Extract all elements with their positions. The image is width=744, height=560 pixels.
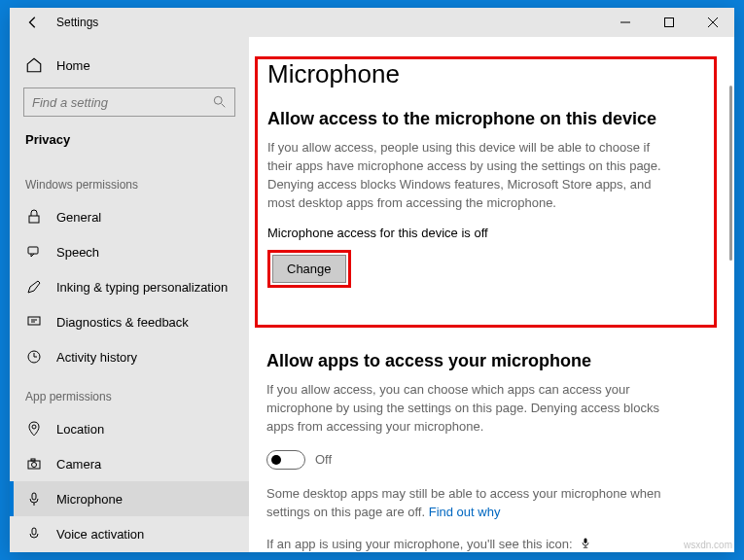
sidebar-item-microphone[interactable]: Microphone	[10, 481, 249, 516]
microphone-indicator-icon	[580, 536, 591, 552]
sidebar-item-voice-activation[interactable]: Voice activation	[10, 516, 249, 551]
home-icon	[25, 56, 43, 74]
location-icon	[25, 421, 43, 437]
section-title-device-access: Allow access to the microphone on this d…	[267, 109, 704, 129]
maximize-button[interactable]	[647, 8, 691, 37]
home-label: Home	[56, 58, 90, 73]
history-icon	[25, 349, 43, 365]
sidebar-item-label: General	[56, 210, 101, 225]
sidebar-item-label: Diagnostics & feedback	[56, 315, 189, 330]
page-title: Microphone	[267, 59, 704, 89]
svg-rect-15	[31, 459, 35, 461]
search-icon	[213, 95, 227, 109]
svg-rect-1	[664, 18, 673, 27]
change-button[interactable]: Change	[272, 255, 346, 283]
sidebar-item-location[interactable]: Location	[10, 411, 249, 446]
close-button[interactable]	[691, 8, 734, 37]
section-header-windows-permissions: Windows permissions	[10, 162, 249, 199]
scrollbar[interactable]	[729, 86, 732, 261]
sidebar: Home Privacy Windows permissions General…	[10, 37, 249, 552]
sidebar-item-label: Activity history	[56, 350, 137, 365]
button-highlight-annotation: Change	[267, 250, 351, 288]
section-header-app-permissions: App permissions	[10, 374, 249, 411]
search-input[interactable]	[32, 95, 213, 110]
content-area: Microphone Allow access to the microphon…	[249, 37, 734, 552]
sidebar-item-activity-history[interactable]: Activity history	[10, 339, 249, 374]
settings-window: Settings Home Privacy Windows permission…	[10, 8, 734, 552]
find-out-why-link[interactable]: Find out why	[429, 505, 501, 519]
svg-rect-6	[29, 216, 39, 223]
sidebar-item-inking[interactable]: Inking & typing personalization	[10, 269, 249, 304]
sidebar-item-label: Inking & typing personalization	[56, 280, 228, 295]
svg-point-12	[32, 425, 36, 429]
sidebar-item-label: Camera	[56, 457, 101, 472]
sidebar-item-label: Voice activation	[56, 527, 144, 542]
voice-icon	[25, 526, 43, 542]
home-button[interactable]: Home	[10, 49, 249, 82]
sidebar-item-label: Microphone	[56, 492, 123, 507]
svg-rect-18	[585, 538, 587, 542]
window-title: Settings	[56, 16, 98, 29]
svg-point-4	[214, 96, 222, 104]
highlight-annotation: Microphone Allow access to the microphon…	[255, 56, 717, 328]
lock-icon	[25, 209, 43, 225]
watermark: wsxdn.com	[684, 540, 732, 550]
sidebar-item-label: Location	[56, 422, 104, 437]
speech-icon	[25, 244, 43, 260]
search-box[interactable]	[23, 88, 235, 117]
section-title-app-access: Allow apps to access your microphone	[266, 351, 705, 371]
svg-line-5	[222, 104, 226, 108]
back-button[interactable]	[14, 8, 53, 37]
sidebar-item-speech[interactable]: Speech	[10, 234, 249, 269]
category-label: Privacy	[10, 126, 249, 162]
pen-icon	[25, 279, 43, 295]
sidebar-item-diagnostics[interactable]: Diagnostics & feedback	[10, 304, 249, 339]
svg-point-14	[32, 463, 37, 468]
mic-in-use-note: If an app is using your microphone, you'…	[266, 536, 675, 552]
app-access-toggle[interactable]	[266, 450, 305, 470]
desktop-apps-note: Some desktop apps may still be able to a…	[266, 485, 675, 522]
toggle-label: Off	[315, 452, 332, 467]
microphone-icon	[25, 491, 43, 507]
minimize-button[interactable]	[603, 8, 647, 37]
svg-rect-8	[28, 317, 40, 325]
sidebar-item-label: Speech	[56, 245, 99, 260]
svg-rect-7	[28, 247, 38, 254]
titlebar: Settings	[10, 8, 734, 37]
feedback-icon	[25, 314, 43, 330]
section-desc: If you allow access, people using this d…	[267, 139, 676, 212]
sidebar-item-camera[interactable]: Camera	[10, 446, 249, 481]
sidebar-item-general[interactable]: General	[10, 199, 249, 234]
device-access-status: Microphone access for this device is off	[267, 226, 704, 240]
svg-rect-16	[32, 493, 36, 500]
section-desc: If you allow access, you can choose whic…	[266, 381, 675, 437]
svg-rect-17	[32, 528, 36, 535]
camera-icon	[25, 456, 43, 472]
